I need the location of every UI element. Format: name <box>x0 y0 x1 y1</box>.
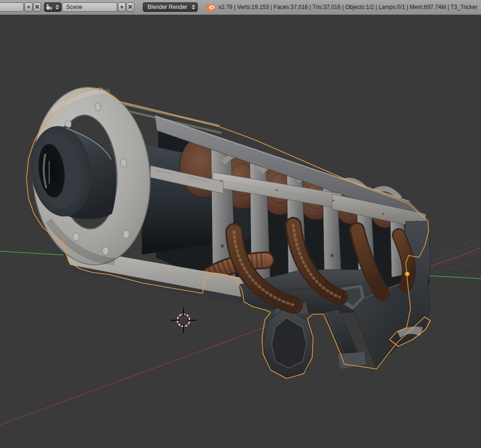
scene-name-field[interactable]: Scene <box>62 2 117 12</box>
close-icon[interactable]: ✕ <box>33 2 41 12</box>
blender-logo-icon <box>204 3 216 12</box>
model-minigun[interactable] <box>26 83 430 378</box>
info-header: + ✕ Scene + ✕ Blender Render v2.79 | Ver… <box>0 0 481 15</box>
blender-window: + ✕ Scene + ✕ Blender Render v2.79 | Ver… <box>0 0 481 448</box>
close-icon[interactable]: ✕ <box>126 2 134 12</box>
chevron-updown-icon <box>55 5 59 9</box>
foot-pod <box>263 303 313 378</box>
scene-icon <box>45 3 53 11</box>
add-icon[interactable]: + <box>25 2 33 12</box>
viewport-scene <box>0 15 481 448</box>
screen-layout-field[interactable] <box>0 2 24 12</box>
scene-statistics: v2.79 | Verts:19,153 | Faces:37,016 | Tr… <box>219 0 477 15</box>
3d-cursor <box>171 307 196 333</box>
add-icon[interactable]: + <box>118 2 126 12</box>
render-engine-dropdown[interactable]: Blender Render <box>143 2 198 12</box>
render-engine-label: Blender Render <box>148 3 187 11</box>
3d-viewport[interactable] <box>0 15 481 448</box>
object-origin-dot <box>405 272 410 276</box>
chevron-updown-icon <box>192 5 195 9</box>
scene-datablock-button[interactable] <box>44 2 61 12</box>
